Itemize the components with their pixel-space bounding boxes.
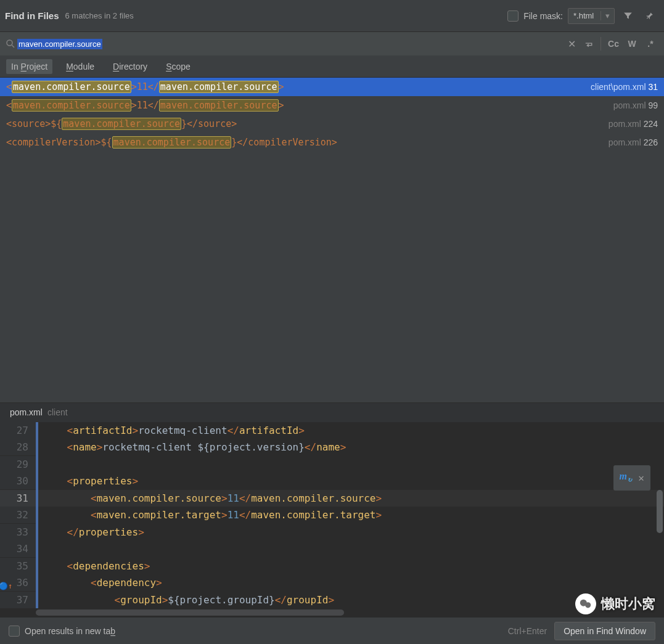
code-line[interactable]: 34: [0, 540, 664, 558]
match-summary: 6 matches in 2 files: [65, 11, 134, 20]
title-bar: Find in Files 6 matches in 2 files File …: [0, 0, 664, 32]
chevron-down-icon[interactable]: ▾: [600, 11, 614, 20]
svg-line-1: [12, 45, 14, 47]
file-mask-value: *.html: [568, 11, 600, 20]
clear-search-icon[interactable]: ✕: [564, 38, 580, 50]
code-line[interactable]: 32 <maven.compiler.target>11</maven.comp…: [0, 507, 664, 524]
dialog-title: Find in Files: [5, 10, 59, 21]
code-line[interactable]: 28 <name>rocketmq-client ${project.versi…: [0, 439, 664, 456]
code-line[interactable]: 36🔵↑ <dependency>: [0, 574, 664, 592]
match-case-toggle[interactable]: Cc: [605, 35, 622, 52]
pin-icon[interactable]: [641, 8, 657, 24]
wechat-icon: [575, 593, 596, 614]
svg-point-0: [7, 40, 12, 46]
code-line[interactable]: 27 <artifactId>rocketmq-client</artifact…: [0, 422, 664, 439]
result-row[interactable]: <maven.compiler.source>11</maven.compile…: [0, 96, 664, 115]
scope-module[interactable]: Module: [61, 59, 99, 74]
vertical-scrollbar[interactable]: [655, 422, 663, 609]
code-line[interactable]: 31 <maven.compiler.source>11</maven.comp…: [0, 490, 664, 507]
preview-context: client: [47, 407, 68, 417]
code-line[interactable]: 33 </properties>: [0, 524, 664, 541]
code-line[interactable]: 37 <groupId>${project.groupId}</groupId>: [0, 592, 664, 609]
svg-point-3: [585, 602, 591, 608]
scope-scope[interactable]: Scope: [161, 59, 195, 74]
search-row: maven.compiler.source ✕ Cc W .*: [0, 32, 664, 55]
file-mask-combo[interactable]: *.html ▾: [568, 8, 615, 24]
regex-toggle[interactable]: .*: [642, 35, 659, 52]
open-new-tab-label: Open results in new tab: [25, 626, 115, 636]
code-line[interactable]: 29: [0, 456, 664, 473]
bottom-bar: Open results in new tab Ctrl+Enter Open …: [0, 617, 664, 644]
newline-icon[interactable]: [581, 36, 597, 52]
code-line[interactable]: 35 <dependencies>: [0, 558, 664, 575]
file-mask-checkbox[interactable]: [507, 10, 518, 22]
code-preview[interactable]: m↻ ✕ 27 <artifactId>rocketmq-client</art…: [0, 422, 664, 609]
code-line[interactable]: 30 <properties>: [0, 473, 664, 490]
filter-icon[interactable]: [620, 8, 636, 24]
result-row[interactable]: <maven.compiler.source>11</maven.compile…: [0, 78, 664, 96]
maven-reload-badge[interactable]: m↻ ✕: [613, 465, 650, 491]
result-row[interactable]: <source>${maven.compiler.source}</source…: [0, 115, 664, 133]
preview-breadcrumb: pom.xml client: [0, 402, 664, 422]
result-row[interactable]: <compilerVersion>${maven.compiler.source…: [0, 133, 664, 152]
open-find-window-button[interactable]: Open in Find Window: [554, 622, 655, 640]
scope-directory[interactable]: Directory: [108, 59, 152, 74]
scope-in-project[interactable]: In Project: [6, 59, 52, 74]
open-new-tab-checkbox[interactable]: [9, 626, 20, 637]
horizontal-scrollbar[interactable]: [0, 608, 664, 617]
search-input[interactable]: maven.compiler.source: [17, 39, 563, 49]
maven-icon: m↻: [620, 468, 633, 488]
results-empty-area: [0, 152, 664, 402]
search-icon[interactable]: [5, 38, 16, 49]
preview-filename[interactable]: pom.xml: [10, 407, 43, 417]
scope-tabs: In Project Module Directory Scope: [0, 55, 664, 78]
watermark: 懒时小窝: [575, 593, 655, 614]
results-list[interactable]: <maven.compiler.source>11</maven.compile…: [0, 78, 664, 152]
shortcut-hint: Ctrl+Enter: [508, 626, 547, 636]
file-mask-label: File mask:: [523, 11, 563, 21]
whole-word-toggle[interactable]: W: [623, 35, 641, 52]
close-icon[interactable]: ✕: [638, 470, 644, 486]
